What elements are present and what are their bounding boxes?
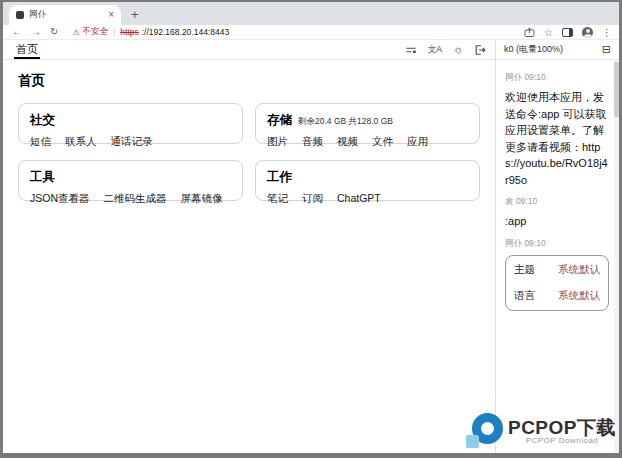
link-screen-mirror[interactable]: 屏幕镜像 [181,192,223,206]
link-call-log[interactable]: 通话记录 [111,135,153,149]
link-notes[interactable]: 笔记 [267,192,288,206]
content-area: 首页 文A ☼ 首页 社交 [3,40,619,453]
chat-message: 袁 09:10 :app [505,196,609,230]
sender-name: 网仆 [505,238,522,248]
message-time: 09:10 [516,196,537,206]
sidebar-scrollbar[interactable] [614,60,619,453]
setting-row-theme[interactable]: 主题 系统默认 [514,257,600,283]
chat-message: 网仆 09:10 主题 系统默认 语言 系统默认 [505,238,609,311]
profile-avatar[interactable] [582,27,593,38]
pcpop-watermark: PCPOP下载 PCPOP Download [466,413,616,449]
share-icon[interactable] [524,27,535,38]
storage-info: 剩余20.4 GB 共128.0 GB [298,116,393,128]
browser-menu-icon[interactable]: ⋮ [602,27,612,38]
page-toolbar: 文A ☼ [405,44,486,56]
card-storage: 存储 剩余20.4 GB 共128.0 GB 图片 音频 视频 文件 应用 [255,103,480,144]
command-input-icon[interactable] [405,44,417,56]
link-json-viewer[interactable]: JSON查看器 [30,192,90,206]
browser-toolbar-right: ☆ ⋮ [524,27,612,38]
watermark-texts: PCPOP下载 PCPOP Download [508,418,616,445]
main-column: 首页 文A ☼ 首页 社交 [3,40,496,453]
message-text: 欢迎使用本应用，发送命令:app 可以获取应用设置菜单。了解更多请看视频：htt… [505,89,609,188]
link-videos[interactable]: 视频 [337,135,358,149]
sender-name: 网仆 [505,72,522,82]
browser-tab[interactable]: 网仆 × [9,5,121,25]
page-nav-bar: 首页 文A ☼ [3,40,495,60]
message-meta: 网仆 09:10 [505,238,609,250]
link-contacts[interactable]: 联系人 [65,135,97,149]
link-qr-generator[interactable]: 二维码生成器 [104,192,167,206]
tab-close-icon[interactable]: × [108,10,114,20]
new-tab-button[interactable]: + [131,7,139,22]
message-time: 09:10 [524,238,545,248]
logout-icon[interactable] [474,44,486,56]
forward-button[interactable]: → [31,27,41,37]
back-button[interactable]: ← [12,27,22,37]
setting-value[interactable]: 系统默认 [558,263,600,277]
page-title: 首页 [18,72,480,90]
link-files[interactable]: 文件 [372,135,393,149]
tab-title: 网仆 [29,9,103,21]
address-bar[interactable]: ⚠ 不安全 | https://192.168.20.144:8443 [72,26,229,38]
bookmark-star-icon[interactable]: ☆ [544,27,553,38]
card-work: 工作 笔记 订阅 ChatGPT [255,160,480,201]
message-meta: 网仆 09:10 [505,72,609,84]
card-social: 社交 短信 联系人 通话记录 [18,103,243,144]
setting-label: 主题 [514,263,535,277]
link-pictures[interactable]: 图片 [267,135,288,149]
page-body: 首页 社交 短信 联系人 通话记录 存储 [3,60,495,453]
watermark-subtitle: PCPOP Download [526,436,599,445]
link-apps[interactable]: 应用 [407,135,428,149]
card-title: 工具 [30,169,55,186]
url-scheme: https [120,27,138,37]
chat-message: 网仆 09:10 欢迎使用本应用，发送命令:app 可以获取应用设置菜单。了解更… [505,72,609,188]
scrollbar-thumb[interactable] [614,62,619,117]
device-status-label: k0 (电量100%) [504,43,563,56]
message-time: 09:10 [524,72,545,82]
sender-name: 袁 [505,196,514,206]
link-subscriptions[interactable]: 订阅 [302,192,323,206]
reload-button[interactable]: ↻ [50,27,58,37]
theme-sun-icon[interactable]: ☼ [453,44,463,55]
side-panel-icon[interactable] [562,28,573,37]
tab-home[interactable]: 首页 [14,40,40,59]
browser-window: 网仆 × + ← → ↻ ⚠ 不安全 | https://192.168.20.… [0,0,622,458]
security-warning-icon: ⚠ [72,28,79,37]
link-audio[interactable]: 音频 [302,135,323,149]
card-tools: 工具 JSON查看器 二维码生成器 屏幕镜像 [18,160,243,201]
tab-favicon-icon [16,11,24,19]
link-sms[interactable]: 短信 [30,135,51,149]
link-chatgpt[interactable]: ChatGPT [337,192,381,206]
address-separator: | [113,27,115,37]
translate-icon[interactable]: 文A [428,44,442,56]
chat-sidebar: k0 (电量100%) ⊟ 网仆 09:10 欢迎使用本应用，发送命令:app … [496,40,619,453]
collapse-panel-icon[interactable]: ⊟ [602,44,611,55]
watermark-title: PCPOP下载 [508,418,616,437]
card-title: 存储 [267,112,292,129]
message-text: :app [505,213,609,230]
cards-grid: 社交 短信 联系人 通话记录 存储 剩余20.4 GB 共128.0 GB [18,103,480,201]
browser-toolbar: ← → ↻ ⚠ 不安全 | https://192.168.20.144:844… [3,25,619,40]
setting-label: 语言 [514,289,535,303]
card-title: 社交 [30,112,55,129]
setting-row-language[interactable]: 语言 系统默认 [514,283,600,309]
setting-value[interactable]: 系统默认 [558,289,600,303]
url-text: ://192.168.20.144:8443 [142,27,229,37]
app-settings-card: 主题 系统默认 语言 系统默认 [505,255,609,311]
message-meta: 袁 09:10 [505,196,609,208]
chat-messages: 网仆 09:10 欢迎使用本应用，发送命令:app 可以获取应用设置菜单。了解更… [496,60,619,453]
sidebar-header: k0 (电量100%) ⊟ [496,40,619,60]
pcpop-logo-icon [466,413,503,449]
tab-strip: 网仆 × + [3,2,619,25]
card-title: 工作 [267,169,292,186]
security-warning-label[interactable]: 不安全 [83,26,109,38]
